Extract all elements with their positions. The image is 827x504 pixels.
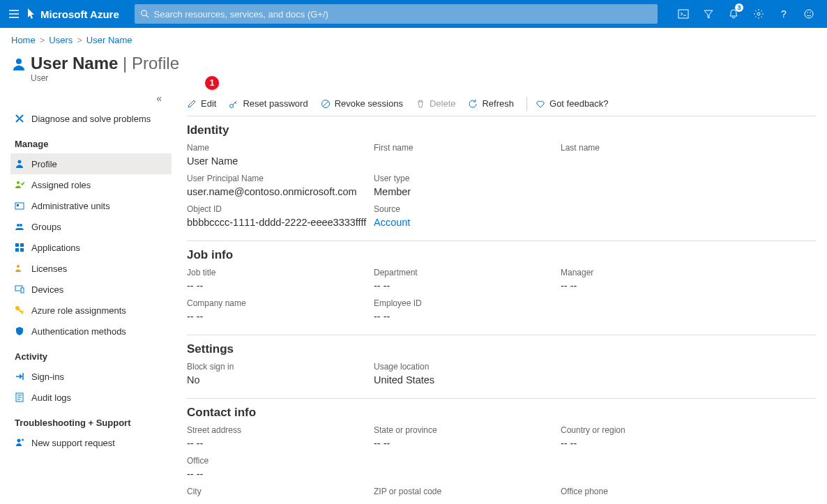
search-box[interactable] [135,4,658,24]
contact-heading: Contact info [187,406,816,425]
sidebar-item-assigned-roles[interactable]: Assigned roles [10,174,172,195]
section-jobinfo: Job info Job title-- -- Department-- -- … [187,241,816,335]
svg-point-19 [17,265,20,268]
edit-icon [187,99,197,109]
svg-rect-18 [20,248,24,252]
sidebar-item-devices[interactable]: Devices [10,279,172,300]
diagnose-icon [15,114,31,123]
refresh-button[interactable]: Refresh [468,98,514,109]
settings-button[interactable] [746,0,771,28]
sidebar-section-activity: Activity [10,342,172,366]
svg-point-25 [230,104,234,107]
groups-icon [15,222,31,231]
devices-icon [15,284,31,294]
toolbar: 1 Edit Reset password Revoke sessions De… [187,91,816,116]
admin-units-icon [15,201,31,211]
audit-icon [15,392,31,402]
sidebar-label-diagnose: Diagnose and solve problems [31,114,151,124]
hamburger-menu[interactable] [0,0,28,28]
cloudshell-button[interactable] [671,0,696,28]
sidebar-item-applications[interactable]: Applications [10,237,172,258]
search-input[interactable] [150,9,652,20]
page-title: User Name [31,54,118,72]
sidebar-label-new-support: New support request [31,438,115,448]
key-icon [15,305,31,315]
section-identity: Identity NameUser Name First name Last n… [187,116,816,241]
cursor-icon [26,8,36,20]
sidebar-item-auth-methods[interactable]: Authentication methods [10,321,172,342]
reset-password-button[interactable]: Reset password [229,98,308,109]
sidebar-label-devices: Devices [31,284,63,295]
sidebar-item-new-support[interactable]: New support request [10,432,172,453]
svg-point-9 [18,160,22,164]
sidebar-item-profile[interactable]: Profile [10,153,172,174]
identity-source-link[interactable]: Account [374,217,561,228]
licenses-icon [15,264,31,273]
filter-button[interactable] [696,0,721,28]
identity-heading: Identity [187,123,816,143]
revoke-sessions-button[interactable]: Revoke sessions [321,98,403,109]
assigned-roles-icon [15,180,31,190]
svg-line-27 [323,101,328,107]
breadcrumb: Home>Users>User Name [0,28,827,49]
brand-label: Microsoft Azure [36,8,132,20]
user-icon [11,54,31,72]
svg-text:?: ? [781,8,787,20]
breadcrumb-home[interactable]: Home [11,35,36,45]
breadcrumb-current[interactable]: User Name [86,35,132,45]
svg-rect-21 [21,288,24,293]
identity-upn: user.name@contoso.onmicrosoft.com [187,186,374,197]
signin-icon [15,372,31,381]
topbar: Microsoft Azure 3 ? [0,0,827,28]
feedback-button[interactable]: Got feedback? [536,98,609,109]
sidebar-label-audit-logs: Audit logs [31,392,71,403]
heart-icon [536,99,545,109]
svg-rect-15 [15,243,19,247]
sidebar-section-troubleshoot: Troubleshooting + Support [10,408,172,432]
sidebar-section-manage: Manage [10,129,172,153]
settings-heading: Settings [187,342,816,362]
section-contact: Contact info Street address-- -- State o… [187,399,816,504]
sidebar-item-admin-units[interactable]: Administrative units [10,195,172,216]
refresh-icon [468,99,478,109]
collapse-sidebar-button[interactable]: « [10,93,172,104]
toolbar-separator [526,97,527,111]
shield-icon [15,326,31,336]
delete-button[interactable]: Delete [416,98,456,109]
feedback-face-button[interactable] [796,0,821,28]
identity-name: User Name [187,155,374,167]
svg-point-3 [757,13,760,15]
svg-point-8 [16,59,22,64]
svg-point-5 [805,10,813,18]
sidebar-item-audit-logs[interactable]: Audit logs [10,387,172,408]
section-settings: Settings Block sign inNo Usage locationU… [187,335,816,399]
help-button[interactable]: ? [771,0,796,28]
page-subtitle: User [31,73,179,83]
sidebar: « Diagnose and solve problems Manage Pro… [0,90,172,504]
sidebar-item-azure-role[interactable]: Azure role assignments [10,300,172,321]
sidebar-label-groups: Groups [31,222,61,232]
notifications-button[interactable]: 3 [721,0,746,28]
sidebar-label-admin-units: Administrative units [31,201,110,211]
breadcrumb-users[interactable]: Users [49,35,73,45]
sidebar-label-assigned-roles: Assigned roles [31,180,91,190]
sidebar-item-signins[interactable]: Sign-ins [10,366,172,387]
svg-point-10 [17,181,20,184]
sidebar-item-licenses[interactable]: Licenses [10,258,172,279]
edit-button[interactable]: Edit [187,98,216,109]
identity-objectid: bbbbcccc-1111-dddd-2222-eeee3333ffff [187,217,374,228]
revoke-icon [321,99,331,109]
main-content: . . . 1 Edit Reset password Revoke sessi… [172,90,827,504]
svg-rect-12 [17,204,19,206]
sidebar-item-groups[interactable]: Groups [10,216,172,237]
sidebar-label-profile: Profile [31,159,57,169]
profile-icon [15,159,31,169]
support-icon [15,438,31,448]
svg-rect-17 [15,248,19,252]
search-icon [140,9,150,19]
svg-point-14 [20,224,22,227]
sidebar-item-diagnose[interactable]: Diagnose and solve problems [10,108,172,129]
delete-icon [416,99,425,109]
svg-point-24 [17,439,21,443]
sidebar-label-azure-role: Azure role assignments [31,305,126,316]
